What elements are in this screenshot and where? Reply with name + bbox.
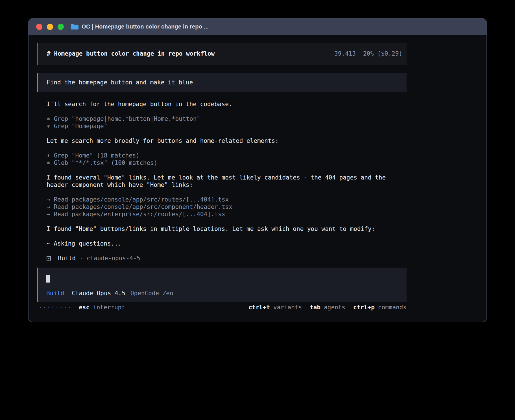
folder-icon	[71, 24, 78, 30]
grep-tool-icon: ∗	[47, 152, 50, 159]
shortcut-agents: tab agents	[310, 304, 345, 311]
provider-name: OpenCode Zen	[130, 290, 173, 297]
close-button[interactable]	[36, 24, 42, 30]
session-stats: 39,413 20% ($0.29)	[334, 50, 402, 57]
esc-key-hint: esc	[79, 304, 90, 311]
model-name: Claude Opus 4.5	[72, 290, 125, 297]
tool-call-line: →Read packages/console/app/src/routes/[.…	[47, 196, 407, 203]
window-titlebar[interactable]: OC | Homepage button color change in rep…	[29, 19, 486, 35]
assistant-text-line: I found several "Home" links. Let me loo…	[47, 174, 407, 189]
read-arrow-icon: →	[47, 204, 50, 210]
shortcut-variants: ctrl+t variants	[248, 304, 302, 311]
read-arrow-icon: →	[47, 211, 50, 218]
user-message-text: Find the homepage button and make it blu…	[47, 79, 193, 86]
session-title: # Homepage button color change in repo w…	[47, 50, 215, 57]
minimize-button[interactable]	[47, 24, 53, 30]
dot-separator: ·	[79, 255, 83, 262]
tool-call-line: ∗Grep "Home" (18 matches)	[47, 152, 407, 159]
prompt-input[interactable]: Build Claude Opus 4.5 OpenCode Zen	[37, 268, 407, 302]
status-bar: ········ esc interrupt ctrl+t variants t…	[37, 304, 407, 311]
agent-model: claude-opus-4-5	[87, 255, 140, 262]
assistant-text-line: I'll search for the homepage button in t…	[47, 100, 407, 108]
terminal-content: # Homepage button color change in repo w…	[29, 35, 486, 311]
tool-call-line: ∗Glob "**/*.tsx" (100 matches)	[47, 159, 407, 167]
token-count: 39,413	[334, 50, 356, 57]
shortcut-commands: ctrl+p commands	[353, 304, 407, 311]
progress-dots: ········	[39, 304, 72, 311]
tool-call-line: →Read packages/enterprise/src/routes/[..…	[47, 211, 407, 218]
glob-tool-icon: ∗	[47, 159, 50, 166]
tab-key-hint: tab	[310, 304, 320, 311]
text-cursor	[46, 275, 50, 283]
shortcut-hints: ctrl+t variants tab agents ctrl+p comman…	[248, 304, 407, 311]
agent-name: Build	[58, 255, 76, 262]
grep-tool-icon: ∗	[47, 115, 50, 122]
read-arrow-icon: →	[47, 196, 50, 203]
tool-call-line: ∗Grep "homepage|home.*button|Home.*butto…	[47, 115, 407, 123]
grep-tool-icon: ∗	[47, 123, 50, 130]
ctrl-t-key-hint: ctrl+t	[248, 304, 270, 311]
tool-call-line: →Read packages/console/app/src/component…	[47, 203, 407, 211]
assistant-text-line: I found "Home" buttons/links in multiple…	[47, 225, 407, 233]
tool-call-line: ∗Grep "Homepage"	[47, 123, 407, 130]
zoom-button[interactable]	[58, 24, 64, 30]
input-status-row: Build Claude Opus 4.5 OpenCode Zen	[46, 290, 407, 297]
ctrl-p-key-hint: ctrl+p	[353, 304, 375, 311]
assistant-transcript: I'll search for the homepage button in t…	[37, 100, 407, 262]
agent-status-line: Build · claude-opus-4-5	[47, 255, 407, 262]
window-title: OC | Homepage button color change in rep…	[82, 23, 209, 30]
terminal-window: OC | Homepage button color change in rep…	[28, 18, 487, 322]
assistant-text-line: Let me search more broadly for buttons a…	[47, 137, 407, 145]
user-message: Find the homepage button and make it blu…	[37, 73, 407, 92]
interrupt-label: interrupt	[93, 304, 125, 311]
status-line: ~ Asking questions...	[47, 240, 407, 247]
context-cost: 20% ($0.29)	[363, 50, 402, 57]
agent-build-icon	[47, 256, 51, 261]
session-header: # Homepage button color change in repo w…	[37, 43, 407, 65]
mode-indicator: Build	[46, 290, 64, 297]
